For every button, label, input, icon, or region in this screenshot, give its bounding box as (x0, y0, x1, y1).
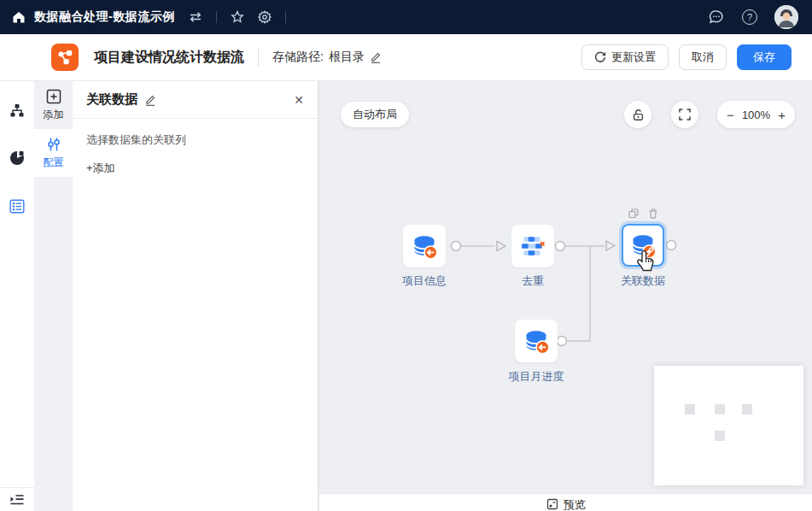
flow-canvas[interactable]: 自动布局 − 100% + (318, 81, 812, 511)
divider (216, 11, 217, 23)
workspace-title: 数据融合处理-数据流示例 (34, 9, 175, 25)
swap-icon[interactable] (189, 11, 202, 23)
update-settings-button[interactable]: 更新设置 (581, 44, 669, 70)
sidebar-item-datasets[interactable] (0, 189, 34, 223)
tab-config[interactable]: 配置 (34, 129, 73, 177)
sliders-icon (46, 137, 61, 152)
node-project-monthly-progress[interactable] (515, 320, 558, 362)
dataflow-logo-icon (51, 44, 79, 71)
avatar[interactable] (774, 5, 798, 29)
delete-node-icon[interactable] (648, 209, 658, 219)
dataset-input-icon (411, 232, 438, 260)
config-panel-title: 关联数据 (86, 91, 137, 108)
dedupe-icon (520, 233, 546, 259)
dataflow-title: 项目建设情况统计数据流 (94, 49, 244, 67)
node-label: 去重 (486, 273, 580, 289)
help-icon[interactable]: ? (742, 9, 757, 25)
dataset-list-icon (9, 199, 25, 214)
minimap-node (715, 404, 725, 414)
node-label: 项目信息 (377, 273, 471, 289)
join-columns-hint: 选择数据集的关联列 (86, 132, 304, 148)
storage-path-value: 根目录 (329, 50, 365, 65)
minimap-node (685, 404, 695, 414)
preview-drawer-toggle[interactable]: 预览 (319, 493, 812, 511)
edit-path-icon[interactable] (370, 51, 382, 63)
update-settings-label: 更新设置 (611, 50, 656, 65)
dataset-join-icon (629, 232, 657, 259)
gear-icon[interactable] (258, 10, 272, 24)
home-icon[interactable] (12, 10, 26, 24)
config-panel: 关联数据 ✕ 选择数据集的关联列 +添加 (73, 81, 318, 511)
plus-square-icon (46, 89, 61, 104)
node-label: 项目月进度 (489, 369, 583, 385)
chat-icon[interactable] (708, 9, 725, 26)
node-toolbar (628, 209, 658, 219)
top-navigation-bar: 数据融合处理-数据流示例 ? (0, 0, 812, 34)
minimap-node (742, 404, 752, 414)
preview-label: 预览 (564, 497, 586, 511)
editor-tool-strip: 添加 配置 (34, 81, 73, 511)
close-panel-icon[interactable]: ✕ (294, 93, 304, 107)
divider (258, 49, 259, 66)
sidebar-item-analysis[interactable] (0, 141, 34, 175)
tab-config-label: 配置 (44, 156, 64, 170)
preview-icon (546, 498, 558, 510)
divider (285, 11, 286, 23)
node-project-info[interactable] (403, 225, 446, 267)
cancel-label: 取消 (692, 50, 714, 65)
minimap-node (715, 431, 725, 441)
sitemap-icon (9, 103, 25, 118)
document-header-bar: 项目建设情况统计数据流 存储路径: 根目录 更新设置 取消 保存 (0, 34, 812, 81)
tab-add-label: 添加 (44, 108, 64, 122)
node-dedupe[interactable] (511, 225, 554, 267)
left-icon-sidebar (0, 81, 34, 511)
storage-path-label: 存储路径: (272, 50, 324, 65)
star-icon[interactable] (231, 10, 244, 24)
pie-chart-icon (9, 150, 25, 166)
save-button[interactable]: 保存 (737, 44, 792, 70)
cancel-button[interactable]: 取消 (679, 44, 727, 70)
refresh-icon (594, 51, 606, 63)
add-join-column-link[interactable]: +添加 (86, 161, 304, 176)
minimap[interactable] (654, 366, 803, 485)
save-label: 保存 (753, 50, 775, 65)
sidebar-item-flow[interactable] (0, 93, 34, 127)
storage-path: 存储路径: 根目录 (272, 50, 382, 65)
node-label: 关联数据 (596, 273, 690, 289)
tab-add[interactable]: 添加 (34, 81, 73, 129)
dataset-input-icon (523, 327, 550, 355)
node-join-data[interactable] (622, 224, 664, 267)
collapse-sidebar-button[interactable] (0, 487, 34, 511)
rename-node-icon[interactable] (144, 94, 156, 106)
menu-unfold-icon (9, 494, 25, 506)
config-panel-header: 关联数据 ✕ (73, 81, 318, 119)
copy-node-icon[interactable] (628, 209, 639, 219)
main-area: 添加 配置 关联数据 ✕ 选择数据集的关联列 +添加 自动布局 (0, 81, 812, 511)
